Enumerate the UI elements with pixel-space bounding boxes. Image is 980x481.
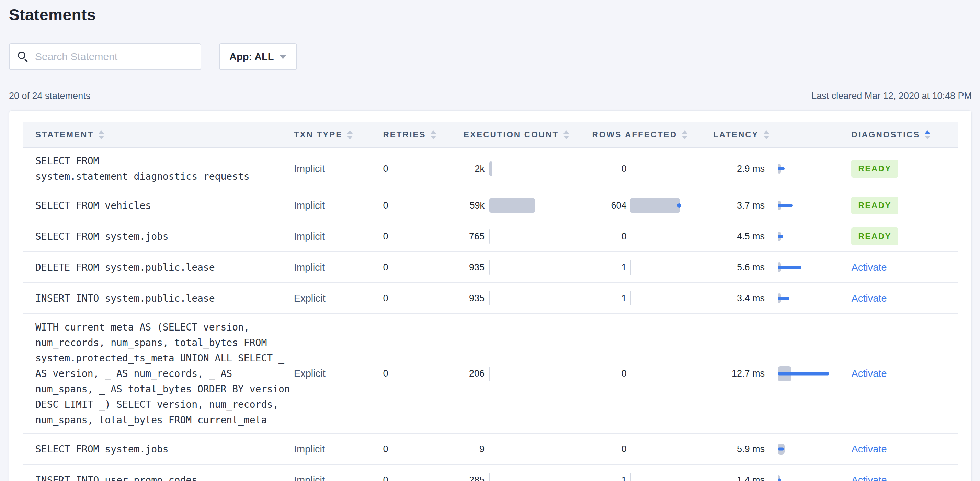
column-header-diagnostics[interactable]: Diagnostics bbox=[834, 130, 958, 140]
column-header-statement[interactable]: Statement bbox=[23, 130, 294, 140]
statement-link[interactable]: SELECT FROM system.jobs bbox=[35, 441, 294, 457]
column-header-latency[interactable]: Latency bbox=[713, 130, 834, 140]
execution-count-value: 59k bbox=[464, 200, 485, 211]
latency-bar-chart bbox=[778, 366, 833, 382]
rows-affected-bar bbox=[630, 198, 680, 213]
rows-affected-mean-dot bbox=[677, 203, 681, 207]
statement-link[interactable]: SELECT FROM system.statement_diagnostics… bbox=[35, 153, 294, 184]
retries-value: 0 bbox=[383, 444, 388, 454]
txn-type-value: Explicit bbox=[294, 293, 326, 304]
execution-count-value: 206 bbox=[464, 368, 485, 379]
execution-count-bar bbox=[489, 473, 490, 481]
sort-arrows-icon bbox=[431, 130, 436, 140]
latency-mean-bar bbox=[778, 167, 784, 170]
txn-type-value: Implicit bbox=[294, 262, 325, 273]
diagnostics-action[interactable]: READY bbox=[851, 196, 898, 214]
statement-link[interactable]: INSERT INTO user_promo_codes bbox=[35, 472, 294, 481]
execution-count-value: 2k bbox=[464, 164, 485, 174]
sort-arrows-icon-active bbox=[925, 130, 930, 140]
search-box[interactable] bbox=[9, 43, 201, 70]
retries-value: 0 bbox=[383, 262, 388, 272]
search-icon bbox=[18, 51, 28, 62]
sort-arrows-icon bbox=[682, 130, 687, 140]
latency-bar-chart bbox=[778, 472, 833, 481]
retries-value: 0 bbox=[383, 200, 388, 210]
latency-mean-bar bbox=[778, 448, 784, 451]
table-row: DELETE FROM system.public.lease Implicit… bbox=[23, 252, 958, 283]
diagnostics-action[interactable]: READY bbox=[851, 228, 898, 245]
latency-mean-bar bbox=[778, 266, 802, 269]
column-header-retries[interactable]: Retries bbox=[378, 130, 464, 140]
column-header-execution-count[interactable]: Execution Count bbox=[464, 130, 592, 140]
diagnostics-action[interactable]: Activate bbox=[851, 368, 886, 379]
execution-count-value: 285 bbox=[464, 475, 485, 481]
rows-affected-bar bbox=[630, 473, 631, 481]
txn-type-value: Implicit bbox=[294, 231, 325, 242]
sort-arrows-icon bbox=[764, 130, 769, 140]
latency-value: 5.6 ms bbox=[713, 262, 765, 273]
diagnostics-action[interactable]: Activate bbox=[851, 475, 886, 481]
latency-value: 4.5 ms bbox=[713, 231, 765, 242]
retries-value: 0 bbox=[383, 368, 388, 379]
execution-count-bar bbox=[489, 260, 490, 274]
execution-count-value: 765 bbox=[464, 231, 485, 242]
statement-link[interactable]: INSERT INTO system.public.lease bbox=[35, 291, 294, 306]
latency-value: 5.9 ms bbox=[713, 444, 765, 454]
diagnostics-action[interactable]: Activate bbox=[851, 293, 886, 304]
latency-mean-bar bbox=[778, 204, 792, 207]
latency-value: 3.7 ms bbox=[713, 200, 765, 211]
rows-affected-value: 0 bbox=[592, 444, 627, 454]
retries-value: 0 bbox=[383, 475, 388, 481]
latency-value: 2.9 ms bbox=[713, 164, 765, 174]
column-header-txn-type[interactable]: Txn Type bbox=[294, 130, 379, 140]
latency-value: 12.7 ms bbox=[713, 368, 765, 379]
latency-bar-chart bbox=[778, 228, 833, 244]
rows-affected-value: 0 bbox=[592, 368, 627, 379]
execution-count-value: 935 bbox=[464, 262, 485, 273]
table-row: SELECT FROM system.jobs Implicit 0 765 0… bbox=[23, 221, 958, 252]
latency-mean-bar bbox=[778, 372, 829, 375]
diagnostics-action[interactable]: READY bbox=[851, 160, 898, 178]
rows-affected-value: 0 bbox=[592, 164, 627, 174]
table-row: INSERT INTO user_promo_codes Implicit 0 … bbox=[23, 465, 958, 481]
diagnostics-action[interactable]: Activate bbox=[851, 444, 886, 455]
statement-link[interactable]: SELECT FROM vehicles bbox=[35, 198, 294, 213]
txn-type-value: Implicit bbox=[294, 163, 325, 174]
retries-value: 0 bbox=[383, 231, 388, 242]
toolbar: App: ALL bbox=[9, 43, 972, 70]
rows-affected-value: 1 bbox=[592, 475, 627, 481]
statement-link[interactable]: SELECT FROM system.jobs bbox=[35, 229, 294, 244]
sort-arrows-icon bbox=[99, 130, 104, 140]
statements-page: Statements App: ALL 20 of 24 statements … bbox=[0, 0, 980, 481]
last-cleared-text: Last cleared Mar 12, 2020 at 10:48 PM bbox=[811, 91, 972, 101]
latency-bar-chart bbox=[778, 161, 833, 177]
chevron-down-icon bbox=[279, 55, 287, 59]
rows-affected-value: 604 bbox=[592, 200, 627, 211]
rows-affected-value: 1 bbox=[592, 293, 627, 304]
table-row: WITH current_meta AS (SELECT version, nu… bbox=[23, 314, 958, 434]
table-header-row: Statement Txn Type Retries Execution Cou… bbox=[23, 122, 958, 148]
rows-affected-value: 1 bbox=[592, 262, 627, 273]
txn-type-value: Implicit bbox=[294, 475, 325, 481]
sort-arrows-icon bbox=[563, 130, 569, 140]
search-input[interactable] bbox=[35, 51, 194, 62]
latency-mean-bar bbox=[778, 479, 781, 481]
diagnostics-action[interactable]: Activate bbox=[851, 262, 886, 273]
latency-bar-chart bbox=[778, 441, 833, 457]
table-body: SELECT FROM system.statement_diagnostics… bbox=[23, 148, 958, 481]
rows-affected-bar bbox=[630, 291, 631, 306]
table-row: SELECT FROM system.statement_diagnostics… bbox=[23, 148, 958, 190]
latency-bar-chart bbox=[778, 290, 833, 306]
latency-mean-bar bbox=[778, 297, 789, 300]
column-header-rows-affected[interactable]: Rows Affected bbox=[592, 130, 713, 140]
statement-link[interactable]: DELETE FROM system.public.lease bbox=[35, 260, 294, 275]
latency-bar-chart bbox=[778, 197, 833, 213]
app-filter-dropdown[interactable]: App: ALL bbox=[219, 43, 297, 70]
txn-type-value: Implicit bbox=[294, 200, 325, 211]
sort-arrows-icon bbox=[347, 130, 353, 140]
statements-table-card: Statement Txn Type Retries Execution Cou… bbox=[9, 110, 972, 481]
statement-link[interactable]: WITH current_meta AS (SELECT version, nu… bbox=[35, 320, 294, 428]
execution-count-bar bbox=[489, 229, 490, 244]
retries-value: 0 bbox=[383, 164, 388, 174]
execution-count-value: 935 bbox=[464, 293, 485, 304]
